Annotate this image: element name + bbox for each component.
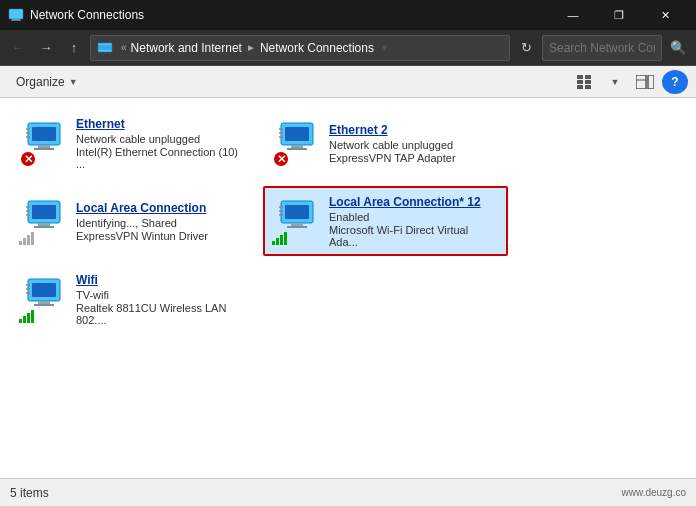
wifi-name: Wifi bbox=[76, 273, 245, 287]
lac12-details: Local Area Connection* 12 Enabled Micros… bbox=[329, 195, 498, 248]
forward-button[interactable]: → bbox=[34, 36, 58, 60]
svg-rect-63 bbox=[27, 313, 30, 323]
svg-rect-55 bbox=[32, 283, 56, 297]
organize-dropdown-icon: ▼ bbox=[69, 77, 78, 87]
wifi-status-signal-icon bbox=[18, 309, 34, 325]
view-dropdown-button[interactable]: ▼ bbox=[602, 70, 628, 94]
svg-rect-5 bbox=[577, 75, 583, 79]
lac-driver: ExpressVPN Wintun Driver bbox=[76, 230, 208, 242]
wifi-icon-wrapper bbox=[20, 275, 68, 323]
up-button[interactable]: ↑ bbox=[62, 36, 86, 60]
svg-rect-61 bbox=[19, 319, 22, 323]
ethernet2-icon-wrapper: ✕ bbox=[273, 119, 321, 167]
breadcrumb-item-1[interactable]: Network Connections bbox=[260, 41, 374, 55]
organize-button[interactable]: Organize ▼ bbox=[8, 70, 86, 94]
ethernet-driver: Intel(R) Ethernet Connection (10) ... bbox=[76, 146, 245, 170]
ethernet2-status-error-icon: ✕ bbox=[273, 151, 289, 167]
lac12-status-signal-icon bbox=[271, 231, 287, 247]
svg-rect-6 bbox=[585, 75, 591, 79]
toolbar: Organize ▼ ▼ ? bbox=[0, 66, 696, 98]
svg-rect-57 bbox=[34, 304, 54, 306]
svg-rect-46 bbox=[287, 226, 307, 228]
ethernet2-details: Ethernet 2 Network cable unplugged Expre… bbox=[329, 123, 456, 164]
ethernet2-driver: ExpressVPN TAP Adapter bbox=[329, 152, 456, 164]
lac12-name: Local Area Connection* 12 bbox=[329, 195, 498, 209]
wifi-status: TV-wifi bbox=[76, 289, 245, 301]
svg-rect-8 bbox=[585, 80, 591, 84]
svg-rect-51 bbox=[276, 238, 279, 245]
wifi-details: Wifi TV-wifi Realtek 8811CU Wireless LAN… bbox=[76, 273, 245, 326]
main-content: ✕ Ethernet Network cable unplugged Intel… bbox=[0, 98, 696, 478]
svg-rect-45 bbox=[291, 223, 303, 226]
lac12-icon-wrapper bbox=[273, 197, 321, 245]
svg-rect-25 bbox=[291, 145, 303, 148]
toolbar-right: ▼ ? bbox=[572, 70, 688, 94]
network-item-lac[interactable]: Local Area Connection Identifying..., Sh… bbox=[10, 186, 255, 256]
breadcrumb-dropdown-icon[interactable]: ▼ bbox=[380, 43, 389, 53]
view-dropdown-icon: ▼ bbox=[611, 77, 620, 87]
svg-rect-34 bbox=[38, 223, 50, 226]
back-button[interactable]: ← bbox=[6, 36, 30, 60]
svg-rect-62 bbox=[23, 316, 26, 323]
breadcrumb: « Network and Internet ► Network Connect… bbox=[90, 35, 510, 61]
breadcrumb-item-0[interactable]: Network and Internet bbox=[131, 41, 242, 55]
svg-rect-11 bbox=[636, 75, 646, 89]
breadcrumb-arrow-1: ► bbox=[246, 42, 256, 53]
network-item-wifi[interactable]: Wifi TV-wifi Realtek 8811CU Wireless LAN… bbox=[10, 264, 255, 334]
svg-rect-24 bbox=[285, 127, 309, 141]
breadcrumb-icon bbox=[97, 40, 113, 56]
ethernet-details: Ethernet Network cable unplugged Intel(R… bbox=[76, 117, 245, 170]
address-bar: ← → ↑ « Network and Internet ► Network C… bbox=[0, 30, 696, 66]
window-icon bbox=[8, 7, 24, 23]
svg-rect-10 bbox=[585, 85, 591, 89]
network-item-ethernet[interactable]: ✕ Ethernet Network cable unplugged Intel… bbox=[10, 108, 255, 178]
svg-rect-50 bbox=[272, 241, 275, 245]
window-title: Network Connections bbox=[30, 8, 144, 22]
close-button[interactable]: ✕ bbox=[642, 0, 688, 30]
ethernet-icon-wrapper: ✕ bbox=[20, 119, 68, 167]
svg-rect-16 bbox=[38, 145, 50, 148]
svg-rect-42 bbox=[31, 232, 34, 245]
svg-rect-2 bbox=[11, 20, 21, 21]
search-button[interactable]: 🔍 bbox=[666, 36, 690, 60]
svg-rect-56 bbox=[38, 301, 50, 304]
svg-rect-9 bbox=[577, 85, 583, 89]
svg-rect-44 bbox=[285, 205, 309, 219]
ethernet-status: Network cable unplugged bbox=[76, 133, 245, 145]
wifi-driver: Realtek 8811CU Wireless LAN 802.... bbox=[76, 302, 245, 326]
view-options-button[interactable] bbox=[572, 70, 598, 94]
svg-rect-17 bbox=[34, 148, 54, 150]
breadcrumb-separator-0: « bbox=[121, 42, 127, 53]
ethernet-status-error-icon: ✕ bbox=[20, 151, 36, 167]
svg-rect-39 bbox=[19, 241, 22, 245]
view-grid-icon bbox=[577, 75, 593, 89]
lac-status-connecting-icon bbox=[18, 231, 34, 247]
maximize-button[interactable]: ❐ bbox=[596, 0, 642, 30]
ethernet-name: Ethernet bbox=[76, 117, 245, 131]
svg-rect-26 bbox=[287, 148, 307, 150]
network-item-ethernet2[interactable]: ✕ Ethernet 2 Network cable unplugged Exp… bbox=[263, 108, 508, 178]
preview-icon bbox=[636, 75, 654, 89]
network-item-lac12[interactable]: Local Area Connection* 12 Enabled Micros… bbox=[263, 186, 508, 256]
title-bar-controls: — ❐ ✕ bbox=[550, 0, 688, 30]
lac-icon-wrapper bbox=[20, 197, 68, 245]
lac-details: Local Area Connection Identifying..., Sh… bbox=[76, 201, 208, 242]
lac-name: Local Area Connection bbox=[76, 201, 208, 215]
watermark: www.deuzg.co bbox=[622, 487, 686, 498]
minimize-button[interactable]: — bbox=[550, 0, 596, 30]
lac12-status: Enabled bbox=[329, 211, 498, 223]
title-bar-left: Network Connections bbox=[8, 7, 144, 23]
ethernet2-status: Network cable unplugged bbox=[329, 139, 456, 151]
svg-rect-53 bbox=[284, 232, 287, 245]
item-count: 5 items bbox=[10, 486, 49, 500]
refresh-button[interactable]: ↻ bbox=[514, 36, 538, 60]
preview-pane-button[interactable] bbox=[632, 70, 658, 94]
organize-label: Organize bbox=[16, 75, 65, 89]
svg-rect-7 bbox=[577, 80, 583, 84]
status-bar: 5 items www.deuzg.co bbox=[0, 478, 696, 506]
help-button[interactable]: ? bbox=[662, 70, 688, 94]
search-input[interactable] bbox=[542, 35, 662, 61]
svg-rect-12 bbox=[648, 75, 654, 89]
svg-rect-52 bbox=[280, 235, 283, 245]
lac-status: Identifying..., Shared bbox=[76, 217, 208, 229]
